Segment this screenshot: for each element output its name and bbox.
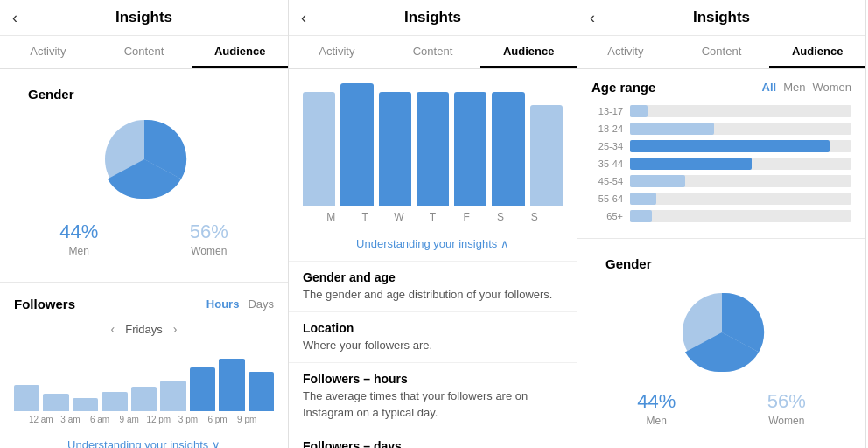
- hours-toggle-1[interactable]: Hours: [206, 298, 240, 311]
- panel-1: ‹ Insights Activity Content Audience Gen…: [0, 0, 289, 448]
- bar-label-6: 6 pm: [205, 415, 231, 424]
- tab-activity-2[interactable]: Activity: [289, 36, 385, 68]
- age-row-35-44: 35-44: [592, 158, 851, 170]
- prev-arrow-1[interactable]: ‹: [111, 322, 116, 336]
- days-toggle-1[interactable]: Days: [248, 298, 274, 311]
- bar-4: [131, 387, 157, 411]
- tab-audience-3[interactable]: Audience: [769, 36, 865, 68]
- understanding-link-1[interactable]: Understanding your insights ∨: [0, 428, 288, 448]
- bar-2: [73, 398, 98, 411]
- age-filter-women[interactable]: Women: [812, 80, 851, 94]
- age-track-13-17: [630, 105, 851, 117]
- men-percent-3: 44%: [637, 390, 676, 413]
- bar-label-7: 9 pm: [234, 415, 260, 424]
- age-fill-18-24: [630, 122, 714, 135]
- nav-text-1: Fridays: [125, 323, 163, 336]
- header-1: ‹ Insights: [0, 0, 288, 36]
- wbar-m: [303, 92, 335, 206]
- divider-1: [0, 282, 288, 283]
- tab-activity-1[interactable]: Activity: [0, 36, 96, 68]
- age-filter-men[interactable]: Men: [783, 80, 805, 94]
- info-desc-location: Where your followers are.: [303, 338, 563, 354]
- age-row-18-24: 18-24: [592, 122, 851, 135]
- wbar-s2: [530, 105, 563, 206]
- pie-chart-1: [101, 116, 188, 203]
- bar-group-1: [43, 394, 68, 411]
- header-2: ‹ Insights: [289, 0, 577, 36]
- age-label-55-64: 55-64: [592, 193, 623, 204]
- wlabel-w: W: [384, 211, 413, 223]
- wlabel-m: M: [317, 211, 346, 223]
- info-followers-days: Followers – days The days of the week wh…: [289, 430, 577, 448]
- age-track-18-24: [630, 122, 851, 135]
- back-button-1[interactable]: ‹: [12, 9, 18, 27]
- age-range-header: Age range All Men Women: [578, 69, 865, 102]
- wbar-s1: [492, 92, 524, 206]
- header-3: ‹ Insights: [578, 0, 865, 36]
- tab-activity-3[interactable]: Activity: [578, 36, 674, 68]
- bar-group-0: [14, 385, 39, 411]
- gender-stats-1: 44% Men 56% Women: [14, 214, 274, 264]
- weekly-labels: M T W T F S S: [303, 206, 563, 223]
- women-percent-3: 56%: [767, 390, 806, 413]
- bar-5: [160, 381, 186, 411]
- men-stat-3: 44% Men: [637, 390, 676, 427]
- back-button-2[interactable]: ‹: [301, 9, 306, 27]
- tab-audience-2[interactable]: Audience: [480, 36, 577, 68]
- panel-3: ‹ Insights Activity Content Audience Age…: [578, 0, 866, 448]
- weekly-bar-f: [454, 92, 486, 206]
- info-desc-followers-hours: The average times that your followers ar…: [303, 388, 563, 420]
- info-title-gender-age: Gender and age: [303, 270, 563, 284]
- followers-header-1: Followers Hours Days: [0, 286, 288, 315]
- tab-content-3[interactable]: Content: [674, 36, 770, 68]
- wbar-t2: [416, 92, 449, 206]
- header-title-3: Insights: [693, 9, 750, 26]
- age-track-55-64: [630, 192, 851, 205]
- age-row-55-64: 55-64: [592, 192, 851, 205]
- panel-1-content: Gender 44% Men 56% Women: [0, 69, 288, 448]
- age-row-25-34: 25-34: [592, 140, 851, 152]
- age-filter-all[interactable]: All: [762, 80, 777, 94]
- age-row-13-17: 13-17: [592, 105, 851, 117]
- bar-0: [14, 385, 39, 411]
- tab-audience-1[interactable]: Audience: [192, 36, 288, 68]
- bar-group-3: [102, 392, 127, 411]
- age-fill-35-44: [630, 158, 752, 170]
- bar-label-0: 12 am: [28, 415, 54, 424]
- women-percent-1: 56%: [190, 220, 228, 243]
- info-title-followers-days: Followers – days: [303, 439, 563, 448]
- bar-8: [248, 372, 274, 411]
- panel-2: ‹ Insights Activity Content Audience M T…: [289, 0, 578, 448]
- women-stat-1: 56% Women: [190, 220, 228, 257]
- age-label-45-54: 45-54: [592, 176, 623, 186]
- understanding-link-2[interactable]: Understanding your insights ∧: [289, 227, 577, 261]
- weekly-bar-s1: [492, 92, 524, 206]
- age-fill-65plus: [630, 210, 652, 222]
- age-label-18-24: 18-24: [592, 123, 623, 134]
- tab-content-1[interactable]: Content: [96, 36, 192, 68]
- followers-toggle-1: Hours Days: [206, 298, 274, 311]
- weekly-chart: [303, 83, 563, 206]
- back-button-3[interactable]: ‹: [590, 9, 595, 27]
- pie-chart-container-3: [592, 289, 851, 376]
- age-bars: 13-17 18-24 25-34 35-44 45-54 55-64: [578, 102, 865, 238]
- bar-group-2: [73, 398, 98, 411]
- men-stat-1: 44% Men: [60, 220, 98, 257]
- age-label-13-17: 13-17: [592, 106, 623, 116]
- nav-row-1: ‹ Fridays ›: [0, 315, 288, 343]
- weekly-bar-m: [303, 92, 335, 206]
- women-label-1: Women: [190, 245, 228, 257]
- men-percent-1: 44%: [60, 220, 98, 243]
- bar-chart-container-1: 12 am 3 am 6 am 9 am 12 pm 3 pm 6 pm 9 p…: [0, 343, 288, 428]
- tab-content-2[interactable]: Content: [385, 36, 481, 68]
- weekly-bar-s2: [530, 105, 563, 206]
- bar-7: [219, 359, 244, 411]
- age-track-45-54: [630, 175, 851, 187]
- header-title-2: Insights: [404, 9, 461, 26]
- bar-labels-1: 12 am 3 am 6 am 9 am 12 pm 3 pm 6 pm 9 p…: [14, 411, 274, 424]
- bar-label-4: 12 pm: [146, 415, 172, 424]
- gender-section-1: Gender 44% Men 56% Women: [0, 69, 288, 278]
- age-fill-25-34: [630, 140, 830, 152]
- age-label-65plus: 65+: [592, 211, 623, 221]
- next-arrow-1[interactable]: ›: [173, 322, 178, 336]
